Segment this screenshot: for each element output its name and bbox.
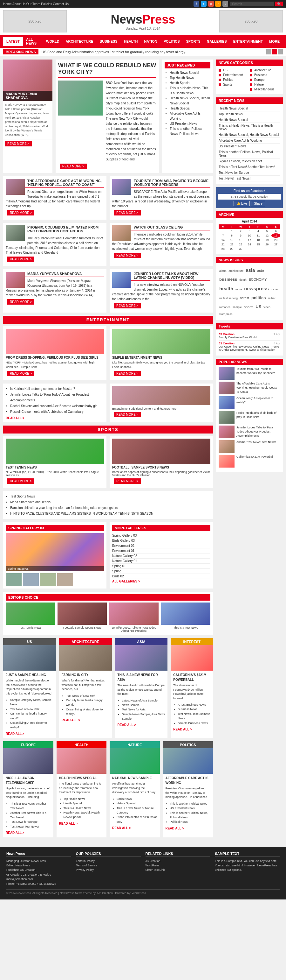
cat-europe-read-all[interactable]: READ ALL > xyxy=(6,830,24,835)
list-item[interactable]: WordPress xyxy=(145,863,210,868)
article-readmore-2[interactable]: READ MORE > xyxy=(114,210,141,215)
nav-politics[interactable]: POLITICS xyxy=(161,37,183,46)
list-item[interactable]: Architecture xyxy=(250,68,280,73)
list-item[interactable]: Health News Special xyxy=(219,117,280,123)
article-readmore-1[interactable]: READ MORE > xyxy=(7,210,34,215)
list-item[interactable]: Sports xyxy=(219,82,249,87)
cal-cell[interactable]: 26 xyxy=(263,242,272,247)
nav-contact[interactable]: Contact Us xyxy=(53,2,69,6)
gallery-spring-main-image[interactable]: Spring Image 05 xyxy=(6,533,104,571)
popular-text-6[interactable]: Another Test News! Test News! xyxy=(236,440,276,444)
cal-cell[interactable]: 29 xyxy=(228,247,236,251)
cal-cell[interactable]: 17 xyxy=(245,238,254,242)
cal-cell[interactable]: 15 xyxy=(228,238,236,242)
gallery-all-link[interactable]: ALL GALLERIES > xyxy=(112,579,210,584)
nav-nation[interactable]: NATION xyxy=(141,37,160,46)
list-item[interactable]: US xyxy=(219,68,249,73)
list-item[interactable]: This is a Health News. This is a Health … xyxy=(219,123,280,132)
list-item[interactable]: Europe xyxy=(250,77,280,82)
list-item[interactable]: US President News xyxy=(219,143,280,149)
list-item[interactable]: Miscellaneous xyxy=(250,87,280,92)
list-item[interactable]: Entertainment xyxy=(219,73,249,77)
article-readmore-4[interactable]: READ MORE > xyxy=(114,253,141,258)
tag-health[interactable]: health xyxy=(219,284,233,293)
cal-cell[interactable]: 11 xyxy=(254,233,263,238)
cal-cell[interactable]: 2 xyxy=(236,229,245,233)
popular-text-5[interactable]: Jennifer Lopez Talks to 'Para Todos' Abo… xyxy=(236,426,280,438)
gallery-thumb-1[interactable] xyxy=(6,573,22,586)
nav-policies[interactable]: Policies xyxy=(41,2,52,6)
feature-body-read-more[interactable]: READ MORE > xyxy=(60,164,87,169)
nav-galleries[interactable]: GALLERIES xyxy=(204,37,230,46)
googleplus-icon[interactable]: g xyxy=(208,1,214,7)
cat-asia-read-all[interactable]: READ ALL > xyxy=(118,722,136,727)
list-item[interactable]: Business xyxy=(250,73,280,77)
tag-newspress[interactable]: newspress xyxy=(244,284,269,293)
popular-text-2[interactable]: The Affordable Care Act Is Working, 'Hel… xyxy=(236,382,280,394)
sport-readmore-1[interactable]: READ MORE > xyxy=(7,478,34,484)
cat-health-read-all[interactable]: READ ALL > xyxy=(59,821,78,826)
nav-more[interactable]: MORE xyxy=(266,37,283,46)
list-item[interactable]: Spring Gallery 03 xyxy=(112,533,210,538)
cal-cell[interactable]: 12 xyxy=(263,233,272,238)
popular-text-1[interactable]: Tourists from Asia Pacific to become Wor… xyxy=(236,367,280,375)
list-item[interactable]: Spring xyxy=(112,569,210,574)
list-item[interactable]: JS Creation xyxy=(145,859,210,863)
ad-left[interactable]: 250 X90 xyxy=(3,10,67,32)
twitter-icon[interactable]: t xyxy=(201,1,207,7)
tag-ns-test[interactable]: ns test xyxy=(271,287,280,292)
list-item[interactable]: Privacy Policy xyxy=(76,868,141,872)
list-item[interactable]: Affordable Care Act Is Working xyxy=(219,138,280,143)
cal-cell[interactable]: 27 xyxy=(272,242,280,247)
list-item[interactable]: Test News for Europe xyxy=(219,170,280,176)
cal-cell[interactable]: 4 xyxy=(254,229,263,233)
breaking-next[interactable] xyxy=(272,49,277,54)
ad-right[interactable]: 250 X90 xyxy=(219,10,283,32)
ent-read-all[interactable]: READ ALL > xyxy=(6,416,104,420)
cat-us-read-all[interactable]: READ ALL > xyxy=(6,732,24,736)
list-item[interactable]: Health News Special, Health News Special xyxy=(219,132,280,138)
cal-cell[interactable]: 6 xyxy=(272,229,280,233)
tag-asia[interactable]: asia xyxy=(246,266,255,274)
cal-cell[interactable]: 28 xyxy=(219,247,228,251)
cal-cell[interactable]: 1 xyxy=(228,229,236,233)
cal-cell[interactable]: 18 xyxy=(254,238,263,242)
popular-text-7[interactable]: California's $421M Powerball xyxy=(236,455,273,459)
list-item[interactable]: Sister Test Link xyxy=(145,868,210,872)
cal-cell[interactable]: 19 xyxy=(263,238,272,242)
cal-cell[interactable]: 20 xyxy=(272,238,280,242)
nav-latest[interactable]: LATEST xyxy=(3,37,23,46)
nav-architecture[interactable]: ARCHITECTURE xyxy=(63,37,96,46)
tag-business[interactable]: business xyxy=(219,276,237,283)
tag-sports[interactable]: sports xyxy=(244,304,254,310)
tag-architecture[interactable]: architecture xyxy=(229,268,243,274)
nav-about[interactable]: About Us xyxy=(13,2,25,6)
cal-cell[interactable]: 7 xyxy=(219,233,228,238)
gallery-thumb-4[interactable] xyxy=(57,573,73,586)
tag-nstest[interactable]: nstest xyxy=(240,295,249,301)
gallery-thumb-3[interactable] xyxy=(40,573,56,586)
cat-interest-read-all[interactable]: READ ALL > xyxy=(173,727,192,732)
list-item[interactable]: Politics xyxy=(219,77,249,82)
nav-allnews[interactable]: ALL NEWS xyxy=(23,35,43,48)
cal-cell[interactable]: 9 xyxy=(236,233,245,238)
tag-auto[interactable]: auto xyxy=(257,268,264,274)
nav-world[interactable]: WORLD xyxy=(43,37,63,46)
fb-share-button[interactable]: Share xyxy=(251,201,265,206)
cal-cell[interactable]: 16 xyxy=(236,238,245,242)
list-item[interactable]: Environment 01 xyxy=(112,549,210,554)
tag-ns-test-serving[interactable]: ns test serving xyxy=(219,296,238,301)
sport-readmore-2[interactable]: READ MORE > xyxy=(114,478,141,484)
cal-cell[interactable]: 21 xyxy=(219,242,228,247)
nav-business[interactable]: BUSINESS xyxy=(96,37,120,46)
tag-more[interactable]: more xyxy=(235,287,242,292)
list-item[interactable]: Environment 02 xyxy=(112,543,210,549)
breaking-prev[interactable] xyxy=(266,49,272,54)
search-button[interactable]: 🔍 xyxy=(275,2,283,6)
tag-economy[interactable]: ECONOMY xyxy=(248,277,267,283)
search-input[interactable] xyxy=(230,2,274,6)
article-readmore-3[interactable]: READ MORE > xyxy=(7,256,34,262)
cal-cell[interactable]: 10 xyxy=(245,233,254,238)
tag-death[interactable]: death xyxy=(239,277,246,282)
cat-politics-read-all[interactable]: READ ALL > xyxy=(166,826,184,831)
